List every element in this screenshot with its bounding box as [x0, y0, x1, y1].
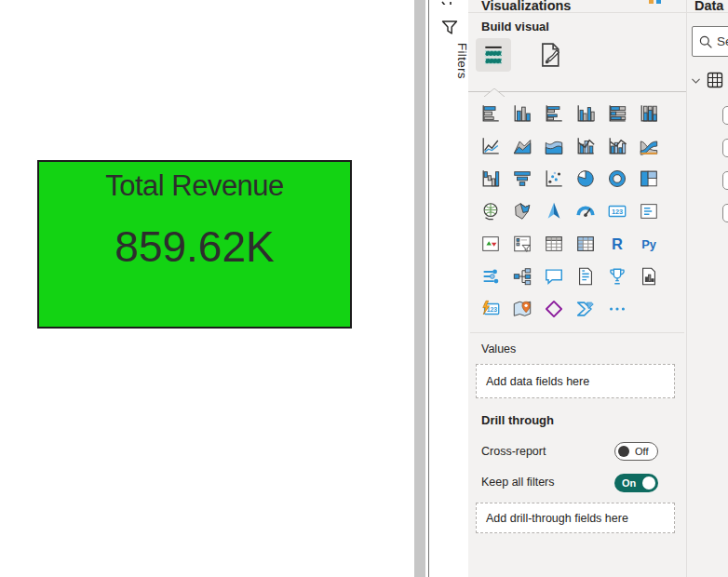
data-search-box[interactable] [692, 26, 728, 57]
metrics-icon[interactable] [606, 265, 628, 288]
format-visual-tab[interactable] [535, 40, 565, 70]
svg-text:R: R [612, 235, 623, 252]
cross-report-toggle[interactable]: Off [614, 442, 658, 461]
keep-all-filters-toggle[interactable]: On [614, 474, 658, 492]
expand-filters-pane-icon[interactable] [439, 0, 456, 5]
multi-row-card-icon[interactable] [638, 200, 660, 222]
clustered-bar-chart-icon[interactable] [543, 102, 565, 125]
drill-through-field-well[interactable]: Add drill-through fields here [476, 503, 675, 533]
pie-chart-icon[interactable] [574, 168, 597, 190]
build-visual-icon [481, 43, 506, 67]
clustered-column-chart-icon[interactable] [574, 102, 597, 125]
decomposition-tree-icon[interactable] [511, 265, 533, 288]
header-divider [687, 12, 728, 13]
search-icon [698, 34, 713, 49]
smart-narrative-icon[interactable] [574, 265, 597, 288]
stacked-area-chart-icon[interactable] [543, 135, 565, 157]
filled-map-icon[interactable] [511, 200, 533, 222]
card-new-icon[interactable]: 123 [479, 298, 502, 320]
line-and-stacked-column-chart-icon[interactable] [574, 135, 597, 157]
hundred-stacked-column-chart-icon[interactable] [638, 102, 660, 125]
power-apps-icon[interactable] [543, 298, 565, 320]
paginated-report-icon[interactable] [638, 265, 660, 288]
drill-through-label: Drill through [481, 413, 554, 427]
card-category-label: Total Revenue [105, 169, 284, 203]
field-checkbox[interactable] [722, 139, 728, 157]
selected-tab-notch [484, 84, 505, 101]
format-visual-icon [536, 41, 564, 69]
data-pane-header: Data [687, 0, 728, 10]
values-well-placeholder: Add data fields here [486, 375, 589, 388]
treemap-icon[interactable] [638, 168, 660, 190]
azure-map-icon[interactable] [543, 200, 565, 222]
filters-pane-collapsed[interactable]: Filters [428, 0, 468, 577]
values-field-well[interactable]: Add data fields here [476, 364, 675, 398]
semantic-model-row[interactable] [690, 71, 724, 89]
card-icon[interactable]: 123 [606, 200, 628, 222]
card-value: 859.62K [115, 221, 274, 272]
values-section-label: Values [481, 342, 516, 356]
map-icon[interactable] [479, 200, 502, 222]
report-canvas[interactable]: Total Revenue 859.62K [0, 0, 414, 577]
hundred-stacked-bar-chart-icon[interactable] [606, 102, 628, 125]
field-checkbox[interactable] [722, 106, 728, 125]
area-chart-icon[interactable] [511, 135, 533, 157]
visual-gallery: 123RPy123 [479, 102, 660, 320]
build-visual-tab[interactable] [476, 38, 511, 72]
scatter-chart-icon[interactable] [543, 168, 565, 190]
search-input[interactable] [717, 34, 728, 48]
svg-text:123: 123 [612, 208, 623, 216]
funnel-chart-icon[interactable] [511, 168, 533, 190]
line-and-clustered-column-chart-icon[interactable] [606, 135, 628, 157]
svg-text:Py: Py [641, 237, 657, 251]
field-checkbox[interactable] [722, 171, 728, 190]
stacked-column-chart-icon[interactable] [511, 102, 533, 125]
data-pane: Data [686, 0, 728, 577]
python-visual-icon[interactable]: Py [638, 233, 660, 255]
ribbon-chart-icon[interactable] [638, 135, 660, 157]
header-divider [468, 12, 686, 13]
keep-all-filters-label: Keep all filters [481, 476, 555, 489]
data-pane-title: Data [694, 0, 723, 10]
kpi-icon[interactable] [479, 233, 502, 255]
collapse-pane-icon[interactable] [656, 0, 661, 4]
drill-well-placeholder: Add drill-through fields here [486, 512, 628, 525]
toggle-state: Off [635, 446, 648, 457]
waterfall-chart-icon[interactable] [479, 168, 502, 190]
toggle-state: On [622, 477, 636, 489]
arcgis-maps-icon[interactable] [511, 298, 533, 320]
visualizations-pane: Visualizations Build visual 123RPy123 Va… [468, 0, 686, 577]
card-visual[interactable]: Total Revenue 859.62K [37, 160, 352, 329]
matrix-icon[interactable] [574, 233, 597, 255]
line-chart-icon[interactable] [479, 135, 502, 157]
field-checkbox[interactable] [722, 204, 728, 222]
cross-report-label: Cross-report [481, 445, 546, 458]
pane-header-mini-icon[interactable] [649, 0, 654, 4]
canvas-scrollbar[interactable] [414, 0, 425, 577]
donut-chart-icon[interactable] [606, 168, 628, 190]
section-divider [470, 332, 684, 333]
power-automate-icon[interactable] [574, 298, 597, 320]
gauge-icon[interactable] [574, 200, 597, 222]
build-visual-label: Build visual [481, 20, 549, 34]
qa-visual-icon[interactable] [543, 265, 565, 288]
toggle-knob [618, 446, 629, 457]
toggle-knob [642, 476, 655, 490]
table-icon[interactable] [543, 233, 565, 255]
more-options-icon[interactable] [606, 298, 628, 320]
slicer-icon[interactable] [511, 233, 533, 255]
powerbi-workspace: { "canvas": { "card": { "title": "Total … [0, 0, 728, 577]
chevron-down-icon [690, 74, 702, 87]
filter-funnel-icon [440, 19, 459, 41]
r-script-visual-icon[interactable]: R [606, 233, 628, 255]
filters-pane-label: Filters [429, 43, 469, 79]
stacked-bar-chart-icon[interactable] [479, 102, 502, 125]
key-influencers-icon[interactable] [479, 265, 502, 288]
table-icon [706, 71, 724, 89]
visualizations-title: Visualizations [481, 0, 571, 10]
